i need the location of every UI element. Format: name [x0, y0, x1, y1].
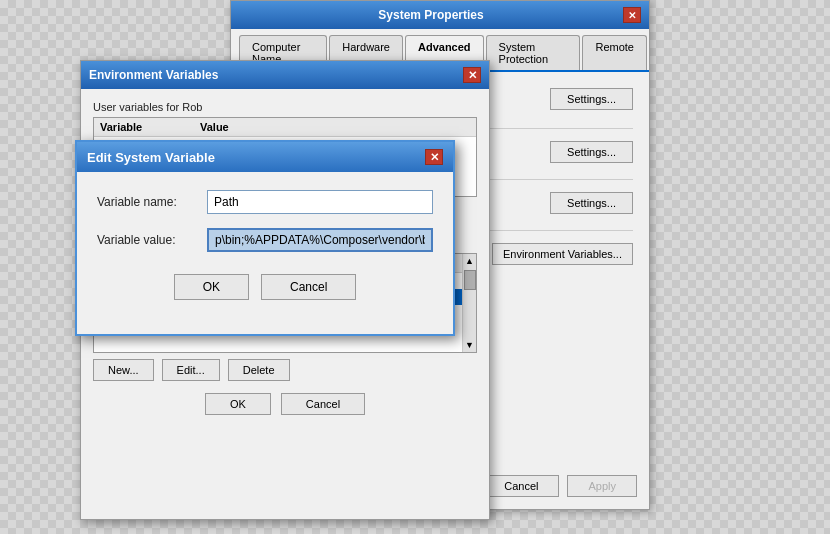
system-vars-buttons: New... Edit... Delete [93, 359, 477, 381]
user-profiles-btn-container: Settings... [550, 141, 633, 163]
sp-apply-button[interactable]: Apply [567, 475, 637, 497]
env-dialog-titlebar: Environment Variables ✕ [81, 61, 489, 89]
system-properties-titlebar: System Properties ✕ [231, 1, 649, 29]
system-delete-button[interactable]: Delete [228, 359, 290, 381]
user-var-col-variable: Variable [100, 121, 200, 133]
edit-ok-button[interactable]: OK [174, 274, 249, 300]
env-cancel-button[interactable]: Cancel [281, 393, 365, 415]
variable-name-input[interactable] [207, 190, 433, 214]
user-vars-header: Variable Value [94, 118, 476, 137]
sp-cancel-button[interactable]: Cancel [483, 475, 559, 497]
edit-dialog-buttons: OK Cancel [97, 266, 433, 316]
variable-name-row: Variable name: [97, 190, 433, 214]
env-ok-button[interactable]: OK [205, 393, 271, 415]
user-vars-label: User variables for Rob [93, 101, 477, 113]
edit-system-variable-dialog: Edit System Variable ✕ Variable name: Va… [75, 140, 455, 336]
startup-settings-button[interactable]: Settings... [550, 192, 633, 214]
env-dialog-title: Environment Variables [89, 68, 218, 82]
edit-dialog-title: Edit System Variable [87, 150, 215, 165]
sp-bottom-buttons: Cancel Apply [483, 475, 637, 497]
user-var-col-value: Value [200, 121, 470, 133]
variable-value-label: Variable value: [97, 233, 207, 247]
edit-dialog-content: Variable name: Variable value: OK Cancel [77, 172, 453, 334]
env-ok-cancel-buttons: OK Cancel [93, 393, 477, 415]
variable-name-label: Variable name: [97, 195, 207, 209]
scroll-down-arrow[interactable]: ▼ [463, 338, 476, 352]
tab-remote[interactable]: Remote [582, 35, 647, 70]
scroll-up-arrow[interactable]: ▲ [463, 254, 476, 268]
variable-value-row: Variable value: [97, 228, 433, 252]
edit-dialog-close-button[interactable]: ✕ [425, 149, 443, 165]
scroll-thumb[interactable] [464, 270, 476, 290]
performance-settings-btn-container: Settings... [550, 88, 633, 110]
scrollbar[interactable]: ▲ ▼ [462, 254, 476, 352]
variable-value-input[interactable] [207, 228, 433, 252]
env-dialog-close-button[interactable]: ✕ [463, 67, 481, 83]
tab-system-protection[interactable]: System Protection [486, 35, 581, 70]
window-controls: ✕ [623, 7, 641, 23]
startup-btn-container: Settings... [550, 192, 633, 214]
system-edit-button[interactable]: Edit... [162, 359, 220, 381]
edit-cancel-button[interactable]: Cancel [261, 274, 356, 300]
performance-settings-button[interactable]: Settings... [550, 88, 633, 110]
system-properties-title: System Properties [239, 8, 623, 22]
user-profiles-settings-button[interactable]: Settings... [550, 141, 633, 163]
close-button[interactable]: ✕ [623, 7, 641, 23]
env-variables-button[interactable]: Environment Variables... [492, 243, 633, 265]
system-new-button[interactable]: New... [93, 359, 154, 381]
edit-dialog-titlebar: Edit System Variable ✕ [77, 142, 453, 172]
